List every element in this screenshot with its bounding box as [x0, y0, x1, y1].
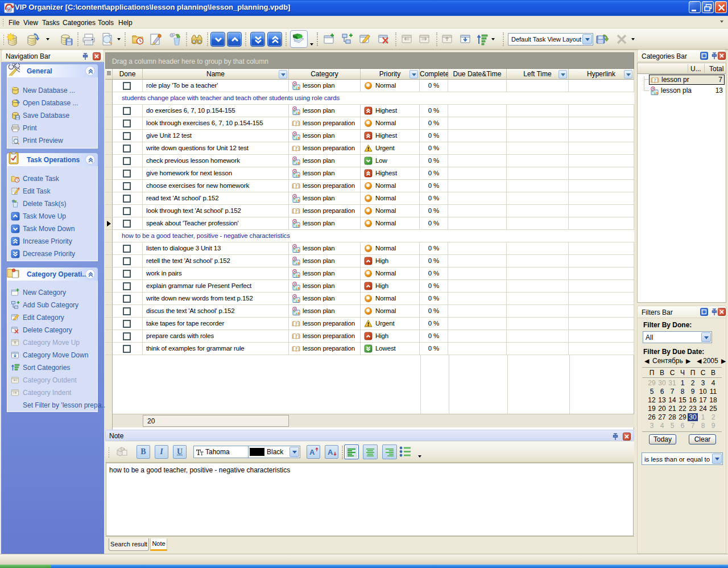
svg-text:A: A: [309, 448, 315, 456]
svg-text:A: A: [328, 448, 333, 456]
